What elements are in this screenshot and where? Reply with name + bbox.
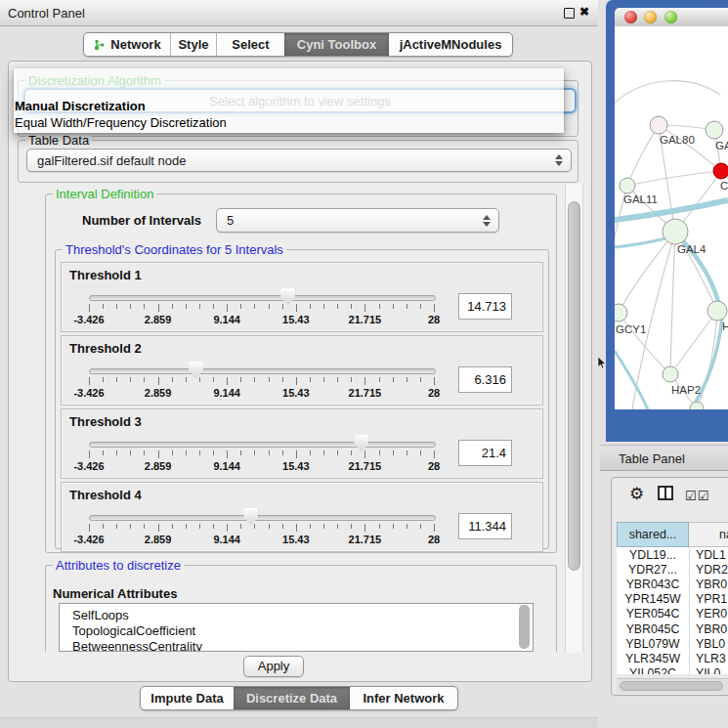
tab-jactivemnodules[interactable]: jActiveMNodules (389, 33, 512, 56)
slider-ticks (89, 377, 434, 386)
cell-shared-name[interactable]: YIL052C (617, 666, 689, 674)
table-row[interactable]: YPR145WYPR1 (617, 592, 728, 607)
table-body[interactable]: YDL19...YDL1YDR27...YDR2YBR043CYBR0YPR14… (617, 547, 728, 674)
table-header-shared[interactable]: shared... (617, 522, 689, 547)
table-row[interactable]: YBR043CYBR0 (617, 577, 728, 591)
algorithm-dropdown-popup: Manual DiscretizationEqual Width/Frequen… (14, 68, 564, 133)
network-node-gal11[interactable] (620, 178, 635, 193)
cell-shared-name[interactable]: YPR145W (617, 592, 689, 606)
tab-network[interactable]: Network (84, 33, 170, 56)
tick-label: 2.859 (145, 387, 172, 399)
cell-name[interactable]: YER0 (689, 607, 727, 621)
network-node-label: GA (715, 140, 728, 151)
combo-arrows-icon (555, 154, 563, 166)
cell-name[interactable]: YIL0 (689, 666, 720, 674)
bottom-tab-infer-network[interactable]: Infer Network (350, 687, 457, 709)
tab-label: Network (110, 37, 160, 52)
network-node-h[interactable] (707, 301, 727, 321)
cell-shared-name[interactable]: YER054C (617, 607, 689, 621)
cell-shared-name[interactable]: YDL19... (617, 548, 689, 562)
threshold-value-field[interactable]: 21.4 (458, 440, 512, 466)
column-layout-icon[interactable] (658, 486, 673, 500)
slider-thumb[interactable] (280, 288, 295, 305)
tick-label: 28 (428, 534, 440, 545)
tab-cyni-toolbox[interactable]: Cyni Toolbox (284, 33, 389, 56)
tick-label: 2.859 (145, 314, 172, 325)
slider-thumb[interactable] (189, 362, 203, 378)
bottom-tab-discretize-data[interactable]: Discretize Data (234, 687, 350, 709)
tab-label: Discretize Data (246, 691, 337, 706)
table-data-combobox[interactable]: galFiltered.sif default node (26, 149, 572, 172)
bottom-tab-impute-data[interactable]: Impute Data (141, 687, 234, 709)
tick-label: 28 (428, 314, 440, 325)
screen: Control Panel ✖ NetworkStyleSelectCyni T… (0, 0, 728, 728)
network-canvas[interactable]: GAL80GACGAL11GAL4GCY1HHAP2 (615, 26, 728, 409)
num-intervals-combobox[interactable]: 5 (216, 208, 499, 233)
threshold-value-field[interactable]: 6.316 (458, 366, 512, 393)
panel-scrollbar-thumb[interactable] (568, 201, 580, 571)
table-row[interactable]: YIL052CYIL0 (617, 666, 728, 675)
table-row[interactable]: YDL19...YDL1 (617, 547, 728, 562)
checkbox-icons[interactable]: ☑☑ (685, 489, 709, 503)
cell-shared-name[interactable]: YBR043C (617, 578, 689, 591)
control-panel-titlebar: Control Panel ✖ (0, 0, 598, 26)
network-node-gal4[interactable] (663, 219, 688, 244)
cell-name[interactable]: YBR0 (689, 622, 727, 636)
network-node-ga[interactable] (706, 121, 723, 139)
popup-option[interactable]: Equal Width/Frequency Discretization (14, 115, 564, 132)
network-node-gal80[interactable] (650, 116, 667, 134)
table-row[interactable]: YLR345WYLR3 (617, 651, 728, 665)
combo-arrows-icon (483, 215, 491, 227)
cell-name[interactable]: YLR3 (689, 652, 726, 665)
tick-label: -3.426 (73, 314, 104, 325)
minimize-traffic-light-icon[interactable] (644, 11, 657, 23)
slider-track[interactable] (89, 515, 436, 521)
cell-name[interactable]: YDR2 (689, 563, 728, 577)
cell-name[interactable]: YBL0 (689, 637, 725, 651)
close-icon[interactable]: ✖ (579, 5, 589, 19)
attribute-item[interactable]: SelfLoops (60, 608, 533, 623)
interval-definition-label: Interval Definition (53, 188, 156, 200)
cell-name[interactable]: YPR1 (689, 592, 727, 606)
cell-shared-name[interactable]: YBL079W (617, 637, 689, 651)
table-row[interactable]: YBR045CYBR0 (617, 621, 728, 636)
tab-label: Cyni Toolbox (297, 37, 376, 52)
cell-shared-name[interactable]: YLR345W (617, 652, 689, 665)
cell-name[interactable]: YDL1 (689, 548, 726, 562)
network-node-gcy1[interactable] (615, 304, 627, 321)
slider-track[interactable] (89, 295, 436, 301)
slider-thumb[interactable] (243, 508, 258, 525)
zoom-traffic-light-icon[interactable] (664, 11, 677, 23)
gear-icon[interactable]: ⚙ (629, 484, 644, 504)
threshold-value-field[interactable]: 11.344 (458, 513, 512, 539)
tab-select[interactable]: Select (216, 33, 284, 56)
threshold-value-field[interactable]: 14.713 (458, 293, 512, 320)
slider-track[interactable] (89, 368, 436, 374)
tick-label: 21.715 (349, 534, 382, 545)
network-window-titlebar[interactable] (615, 8, 728, 27)
attributes-list-scrollbar[interactable] (519, 605, 530, 649)
slider-thumb[interactable] (354, 435, 368, 451)
table-header-name[interactable]: na (689, 522, 728, 547)
cell-shared-name[interactable]: YBR045C (617, 622, 689, 636)
panel-title: Control Panel (8, 6, 85, 21)
slider-track[interactable] (89, 442, 436, 448)
table-row[interactable]: YDR27...YDR2 (617, 562, 728, 577)
bottom-strip (0, 717, 598, 728)
popup-option[interactable]: Manual Discretization (14, 99, 564, 115)
attribute-item[interactable]: TopologicalCoefficient (60, 623, 533, 639)
cell-name[interactable]: YBR0 (689, 578, 727, 591)
close-traffic-light-icon[interactable] (624, 11, 637, 23)
attribute-item[interactable]: BetweennessCentrality (60, 639, 533, 652)
network-node-label: HAP2 (671, 384, 701, 396)
float-window-icon[interactable] (564, 8, 575, 19)
apply-button[interactable]: Apply (243, 656, 304, 677)
tab-style[interactable]: Style (170, 33, 216, 56)
attributes-list[interactable]: SelfLoopsTopologicalCoefficientBetweenne… (59, 603, 534, 652)
network-node-hap2[interactable] (663, 366, 678, 382)
table-row[interactable]: YER054CYER0 (617, 607, 728, 621)
network-node-c[interactable] (713, 163, 728, 179)
table-hscroll-thumb[interactable] (620, 681, 723, 691)
cell-shared-name[interactable]: YDR27... (617, 563, 689, 577)
table-row[interactable]: YBL079WYBL0 (617, 636, 728, 651)
